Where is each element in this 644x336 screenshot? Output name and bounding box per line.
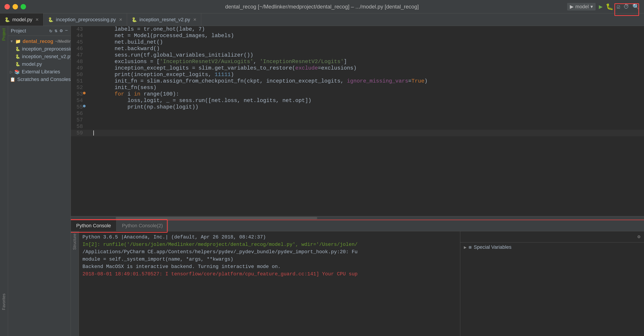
bottom-tab-python-console-2[interactable]: Python Console(2): [116, 220, 168, 231]
code-editor: 43 labels = tr.one_hot(labe, 7) 44 net =…: [71, 26, 644, 220]
console-line-6: 2018-08-01 18:49:01.570527: I tensorflow…: [82, 270, 456, 278]
special-variables-row[interactable]: ▶ ⊞ Special Variables: [460, 242, 644, 252]
tab-inception-preprocessing[interactable]: 🐍 inception_preprocessing.py ✕: [44, 13, 127, 26]
line-code-59[interactable]: [86, 130, 644, 136]
editor-area: 43 labels = tr.one_hot(labe, 7) 44 net =…: [71, 26, 644, 336]
sidebar-item-external-libraries[interactable]: ▷ 📚 External Libraries: [8, 68, 70, 76]
python-console-2-tab-label: Python Console(2): [122, 223, 163, 229]
code-table: 43 labels = tr.one_hot(labe, 7) 44 net =…: [71, 26, 644, 136]
sidebar-content: ▼ 📁 dental_recog ~/Medlinker/medp 🐍 ince…: [8, 36, 70, 336]
scrollbar-thumb: [116, 217, 317, 219]
bottom-tabs-wrapper: Python Console Python Console(2): [71, 220, 644, 231]
line-num-57: 57: [71, 117, 86, 123]
console-line-2: In[2]: runfile('/Users/jolen/Medlinker/m…: [82, 241, 456, 248]
window-title: dental_recog [~/Medlinker/medproject/den…: [225, 3, 419, 10]
line-code-56[interactable]: [86, 110, 644, 117]
line-code-57[interactable]: [86, 117, 644, 123]
sidebar-toolbar: Project ↻ ⇅ ⚙ −: [8, 26, 70, 36]
right-panel-header: ⚙: [460, 231, 644, 242]
sidebar-item-label: External Libraries: [22, 69, 60, 75]
line-code-48[interactable]: exclusions = ['InceptionResnetV2/AuxLogi…: [86, 58, 644, 65]
sidebar-item-inception-resnet[interactable]: 🐍 inception_resnet_v2.py: [8, 53, 70, 60]
main-layout: Project Project ↻ ⇅ ⚙ − ▼ 📁 dental_recog…: [0, 26, 644, 336]
close-button[interactable]: [4, 4, 10, 9]
console-output[interactable]: Python 3.6.5 |Anaconda, Inc.| (default, …: [79, 231, 460, 336]
sidebar-item-model[interactable]: 🐍 model.py: [8, 60, 70, 68]
tab-inception-close[interactable]: ✕: [119, 17, 122, 22]
sidebar-item-label: dental_recog: [23, 38, 53, 44]
tab-model-label: model.py: [12, 17, 32, 23]
run-button[interactable]: ▶: [599, 3, 602, 10]
run-config-arrow: ▾: [590, 4, 593, 10]
line-code-47[interactable]: sess.run(tf.global_variables_initializer…: [86, 52, 644, 58]
sidebar-item-inception-preprocessing[interactable]: 🐍 inception_preprocessing.py: [8, 45, 70, 53]
sidebar-settings-btn[interactable]: ⚙: [60, 28, 63, 34]
line-code-53[interactable]: for i in range(100):: [86, 91, 644, 97]
favorites-strip: Favorites: [0, 291, 8, 336]
toolbar-right: ▶ model ▾ ▶ 🐛 ☑ ⏱ 🔍: [567, 3, 640, 10]
code-line-47: 47 sess.run(tf.global_variables_initiali…: [71, 52, 644, 58]
bottom-tabs: Python Console Python Console(2): [71, 220, 644, 231]
code-line-46: 46 net.backward(): [71, 45, 644, 52]
sidebar-refresh-btn[interactable]: ↻: [49, 28, 52, 34]
traffic-lights: [4, 4, 26, 9]
code-line-45: 45 net.build_net(): [71, 39, 644, 45]
line-code-58[interactable]: [86, 123, 644, 130]
code-line-51: 51 init_fn = slim.assign_from_checkpoint…: [71, 78, 644, 84]
minimize-button[interactable]: [12, 4, 18, 9]
coverage-button[interactable]: ☑: [617, 3, 620, 10]
tab-resnet-close[interactable]: ✕: [193, 17, 196, 22]
bottom-tab-python-console[interactable]: Python Console: [71, 220, 116, 231]
tab-model-close[interactable]: ✕: [36, 17, 39, 22]
expand-arrow: ▼: [10, 39, 14, 43]
right-panel-settings-btn[interactable]: ⚙: [638, 234, 640, 240]
line-code-51[interactable]: init_fn = slim.assign_from_checkpoint_fn…: [86, 78, 644, 84]
tab-model-py[interactable]: 🐍 model.py ✕: [0, 13, 44, 26]
bottom-panel: Python Console Python Console(2) Structu…: [71, 220, 644, 336]
code-line-43: 43 labels = tr.one_hot(labe, 7): [71, 26, 644, 32]
console-line-5: Backend MacOSX is interactive backend. T…: [82, 263, 456, 270]
tab-inception-resnet[interactable]: 🐍 inception_resnet_v2.py ✕: [127, 13, 201, 26]
bottom-panel-main: Structure Python 3.6.5 |Anaconda, Inc.| …: [71, 231, 644, 336]
code-line-56: 56: [71, 110, 644, 117]
line-num-43: 43: [71, 26, 86, 32]
code-scroll[interactable]: 43 labels = tr.one_hot(labe, 7) 44 net =…: [71, 26, 644, 216]
console-line-4: module = self._system_import(name, *args…: [82, 256, 456, 263]
line-code-43[interactable]: labels = tr.one_hot(labe, 7): [86, 26, 644, 32]
debug-button[interactable]: 🐛: [606, 3, 614, 10]
code-line-59: 59: [71, 130, 644, 136]
code-line-52: 52 init_fn(sess): [71, 84, 644, 91]
code-line-49: 49 inception_except_logits = slim.get_va…: [71, 65, 644, 71]
code-line-44: 44 net = Model(processed_images, labels): [71, 32, 644, 39]
console-line-1: Python 3.6.5 |Anaconda, Inc.| (default, …: [82, 234, 456, 241]
tab-py-icon2: 🐍: [48, 17, 54, 22]
special-vars-icon: ⊞: [469, 244, 472, 250]
search-button[interactable]: 🔍: [632, 3, 640, 10]
favorites-label: Favorites: [2, 294, 6, 310]
profile-button[interactable]: ⏱: [624, 3, 629, 10]
sidebar-item-dental-recog[interactable]: ▼ 📁 dental_recog ~/Medlinker/medp: [8, 38, 70, 45]
line-code-44[interactable]: net = Model(processed_images, labels): [86, 32, 644, 39]
line-code-50[interactable]: print(inception_except_logits, 11111): [86, 71, 644, 78]
run-config[interactable]: ▶ model ▾: [567, 3, 596, 10]
line-code-49[interactable]: inception_except_logits = slim.get_varia…: [86, 65, 644, 71]
line-code-45[interactable]: net.build_net(): [86, 39, 644, 45]
project-strip-icon[interactable]: Project: [2, 28, 6, 41]
line-code-55[interactable]: print(np.shape(logit)): [86, 104, 644, 110]
sidebar-item-label: model.py: [22, 61, 42, 67]
line-num-51: 51: [71, 78, 86, 84]
line-code-46[interactable]: net.backward(): [86, 45, 644, 52]
line-code-52[interactable]: init_fn(sess): [86, 84, 644, 91]
maximize-button[interactable]: [20, 4, 26, 9]
line-code-54[interactable]: loss,logit, _ = sess.run([net.loss, net.…: [86, 97, 644, 104]
sidebar-collapse-btn[interactable]: ⇅: [54, 28, 57, 34]
sidebar-close-btn[interactable]: −: [65, 28, 68, 33]
horizontal-scrollbar[interactable]: [71, 216, 644, 220]
title-bar: dental_recog [~/Medlinker/medproject/den…: [0, 0, 644, 13]
sidebar-title: Project: [11, 28, 47, 34]
line-num-58: 58: [71, 123, 86, 130]
code-line-55: 55 print(np.shape(logit)): [71, 104, 644, 110]
sidebar-item-scratches[interactable]: 📋 Scratches and Consoles: [8, 76, 70, 83]
tab-py-icon3: 🐍: [132, 17, 137, 22]
code-line-58: 58: [71, 123, 644, 130]
